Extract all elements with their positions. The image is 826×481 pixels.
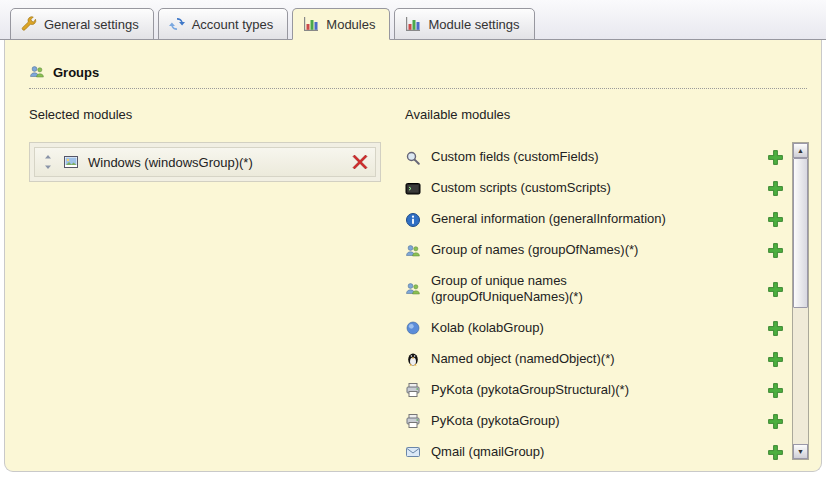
selected-modules-box: Windows (windowsGroup)(*): [29, 142, 381, 182]
lam-config-window: General settings Account types Modules M…: [0, 0, 826, 481]
magnifier-icon: [405, 150, 422, 166]
remove-module-button[interactable]: [352, 154, 368, 170]
module-label: Group of names (groupOfNames)(*): [431, 242, 638, 258]
module-row: Group of names (groupOfNames)(*): [405, 235, 792, 266]
add-module-button[interactable]: [767, 413, 784, 430]
module-label: PyKota (pykotaGroup): [431, 413, 560, 429]
tab-modules[interactable]: Modules: [292, 8, 390, 40]
module-label: Named object (namedObject)(*): [431, 351, 615, 367]
add-module-button[interactable]: [767, 320, 784, 337]
add-module-button[interactable]: [767, 382, 784, 399]
selected-modules-column: Selected modules Windows (windowsGroup)(…: [29, 107, 381, 460]
module-row: Kolab (kolabGroup): [405, 313, 792, 344]
selected-modules-heading: Selected modules: [29, 107, 381, 122]
tab-general-settings[interactable]: General settings: [10, 8, 154, 40]
sync-gear-icon: [169, 16, 185, 32]
add-module-button[interactable]: [767, 242, 784, 259]
groups-icon: [29, 64, 45, 80]
available-modules-column: Available modules Custom fields (customF…: [405, 107, 809, 460]
group-icon: [405, 281, 422, 297]
down-arrow-icon: ▼: [797, 448, 804, 455]
mail-icon: [405, 444, 422, 460]
module-label: Group of unique names (groupOfUniqueName…: [431, 273, 703, 306]
plus-icon: [767, 351, 784, 368]
tab-label: Modules: [326, 17, 375, 32]
scrollbar-thumb[interactable]: [793, 158, 808, 308]
tab-bar: General settings Account types Modules M…: [0, 0, 826, 40]
add-module-button[interactable]: [767, 351, 784, 368]
module-row: Custom scripts (customScripts): [405, 173, 792, 204]
scrollbar: ▲ ▼: [792, 142, 809, 460]
selected-module-label: Windows (windowsGroup)(*): [88, 155, 343, 170]
add-module-button[interactable]: [767, 180, 784, 197]
section-header: Groups: [29, 64, 809, 80]
tab-label: Module settings: [428, 17, 519, 32]
selected-module-row: Windows (windowsGroup)(*): [34, 147, 376, 177]
page-title: Groups: [53, 65, 99, 80]
scrollbar-track[interactable]: [793, 158, 808, 444]
tab-module-settings[interactable]: Module settings: [394, 8, 534, 40]
plus-icon: [767, 180, 784, 197]
printer-icon: [405, 382, 422, 398]
add-module-button[interactable]: [767, 281, 784, 298]
up-arrow-icon: ▲: [797, 147, 804, 154]
module-label: Kolab (kolabGroup): [431, 320, 544, 336]
plus-icon: [767, 242, 784, 259]
group-icon: [405, 243, 422, 259]
module-row: General information (generalInformation): [405, 204, 792, 235]
scroll-up-button[interactable]: ▲: [793, 143, 808, 158]
modules-columns: Selected modules Windows (windowsGroup)(…: [29, 107, 809, 460]
module-label: Custom scripts (customScripts): [431, 180, 611, 196]
module-row: Custom fields (customFields): [405, 142, 792, 173]
kolab-icon: [405, 320, 422, 336]
add-module-button[interactable]: [767, 149, 784, 166]
module-row: PyKota (pykotaGroup): [405, 406, 792, 437]
penguin-icon: [405, 351, 422, 367]
plus-icon: [767, 320, 784, 337]
plus-icon: [767, 149, 784, 166]
plus-icon: [767, 382, 784, 399]
module-label: Custom fields (customFields): [431, 149, 599, 165]
delete-x-icon: [352, 154, 368, 170]
windows-module-icon: [63, 154, 79, 170]
section-divider: [29, 88, 807, 89]
tab-label: Account types: [192, 17, 274, 32]
plus-icon: [767, 413, 784, 430]
tab-label: General settings: [44, 17, 139, 32]
module-label: PyKota (pykotaGroupStructural)(*): [431, 382, 629, 398]
available-modules-area: Custom fields (customFields) Custom scri…: [405, 142, 809, 460]
available-modules-heading: Available modules: [405, 107, 809, 122]
info-icon: [405, 212, 422, 228]
module-row: PyKota (pykotaGroupStructural)(*): [405, 375, 792, 406]
wrench-icon: [21, 16, 37, 32]
module-row: Named object (namedObject)(*): [405, 344, 792, 375]
chart-icon: [303, 16, 319, 32]
plus-icon: [767, 444, 784, 461]
modules-tab-content: Groups Selected modules Windows (windows…: [4, 40, 822, 472]
plus-icon: [767, 211, 784, 228]
tab-account-types[interactable]: Account types: [158, 8, 289, 40]
module-label: Qmail (qmailGroup): [431, 444, 544, 460]
available-modules-list: Custom fields (customFields) Custom scri…: [405, 142, 792, 460]
add-module-button[interactable]: [767, 444, 784, 461]
chart-icon: [405, 16, 421, 32]
printer-icon: [405, 413, 422, 429]
scroll-down-button[interactable]: ▼: [793, 444, 808, 459]
plus-icon: [767, 281, 784, 298]
module-row: Qmail (qmailGroup): [405, 437, 792, 461]
terminal-icon: [405, 181, 422, 197]
add-module-button[interactable]: [767, 211, 784, 228]
drag-handle-icon[interactable]: [42, 155, 54, 169]
module-row: Group of unique names (groupOfUniqueName…: [405, 266, 792, 313]
module-label: General information (generalInformation): [431, 211, 666, 227]
